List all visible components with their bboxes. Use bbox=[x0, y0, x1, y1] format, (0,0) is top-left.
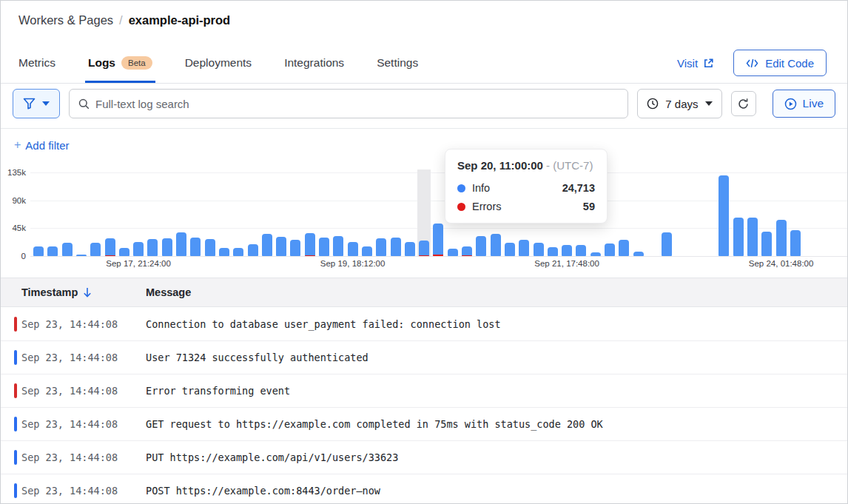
log-row[interactable]: Sep 23, 14:44:08User 71324 successfully … bbox=[1, 341, 847, 374]
chart-bar[interactable] bbox=[333, 236, 343, 256]
chart-bar[interactable] bbox=[761, 232, 772, 256]
refresh-icon bbox=[737, 98, 750, 110]
search-input[interactable] bbox=[95, 98, 619, 110]
chart-bar[interactable] bbox=[433, 224, 443, 256]
chart-bar[interactable] bbox=[747, 218, 758, 256]
chart-gridline bbox=[30, 172, 848, 173]
error-level-indicator bbox=[14, 383, 17, 398]
chart-bar[interactable] bbox=[119, 248, 129, 256]
x-axis-tick-label: Sep 21, 17:48:00 bbox=[534, 259, 599, 268]
chart-bar[interactable] bbox=[590, 252, 601, 256]
chart-bar[interactable] bbox=[162, 238, 172, 256]
log-row[interactable]: Sep 23, 14:44:08GET request to https://e… bbox=[1, 408, 847, 441]
chart-bar[interactable] bbox=[133, 242, 144, 256]
chart-bar[interactable] bbox=[62, 243, 73, 256]
add-filter-button[interactable]: + Add filter bbox=[14, 138, 70, 152]
chart-bar[interactable] bbox=[76, 255, 87, 257]
chart-bar[interactable] bbox=[176, 232, 186, 256]
chart-bar[interactable] bbox=[147, 239, 158, 256]
y-axis-tick-label: 0 bbox=[1, 252, 26, 261]
y-axis-tick-label: 45k bbox=[1, 224, 26, 232]
log-timestamp: Sep 23, 14:44:08 bbox=[1, 352, 146, 363]
chart-bar[interactable] bbox=[391, 238, 401, 256]
funnel-icon bbox=[23, 98, 36, 110]
sort-descending-icon[interactable] bbox=[83, 287, 92, 298]
chart-bar[interactable] bbox=[733, 218, 744, 256]
chart-bar[interactable] bbox=[562, 245, 572, 256]
tab-metrics[interactable]: Metrics bbox=[18, 42, 55, 83]
beta-badge: Beta bbox=[121, 56, 152, 70]
live-button[interactable]: Live bbox=[773, 90, 835, 118]
log-row[interactable]: Sep 23, 14:44:08PUT https://example.com/… bbox=[1, 441, 847, 474]
log-row[interactable]: Sep 23, 14:44:08POST https://example.com… bbox=[1, 474, 847, 504]
tab-deployments[interactable]: Deployments bbox=[185, 42, 252, 83]
chart-bar[interactable] bbox=[719, 175, 729, 256]
tab-settings[interactable]: Settings bbox=[377, 42, 418, 83]
log-row[interactable]: Sep 23, 14:44:08Error transforming event bbox=[1, 374, 847, 408]
chart-bar[interactable] bbox=[534, 243, 544, 256]
chart-bar[interactable] bbox=[605, 243, 615, 256]
chart-tooltip: Sep 20, 11:00:00 - (UTC-7) Info 24,713 E… bbox=[445, 149, 608, 224]
chart-bar[interactable] bbox=[319, 238, 329, 256]
chart-bar[interactable] bbox=[776, 220, 787, 256]
chart-bar[interactable] bbox=[491, 234, 501, 256]
visit-label: Visit bbox=[677, 57, 698, 70]
chart-bar[interactable] bbox=[662, 232, 672, 256]
chart-bar[interactable] bbox=[790, 230, 801, 256]
log-table-rows: Sep 23, 14:44:08Connection to database u… bbox=[1, 308, 847, 504]
log-message: PUT https://example.com/api/v1/users/336… bbox=[146, 451, 847, 463]
log-volume-chart[interactable]: 135k90k45k0Sep 17, 21:24:00Sep 19, 18:12… bbox=[1, 172, 848, 256]
breadcrumb-section[interactable]: Workers & Pages bbox=[18, 13, 113, 27]
chart-bar[interactable] bbox=[248, 244, 258, 256]
chart-bar[interactable] bbox=[376, 238, 386, 256]
chart-bar[interactable] bbox=[348, 242, 358, 256]
time-range-dropdown[interactable]: 7 days bbox=[637, 89, 721, 118]
chart-bar[interactable] bbox=[405, 242, 415, 256]
visit-link[interactable]: Visit bbox=[677, 57, 714, 70]
chart-bar[interactable] bbox=[519, 240, 529, 256]
chart-bar[interactable] bbox=[47, 246, 58, 256]
chart-bar[interactable] bbox=[33, 246, 44, 256]
breadcrumb-separator: / bbox=[119, 13, 123, 27]
tab-logs[interactable]: Logs Beta bbox=[88, 42, 152, 83]
chart-bar[interactable] bbox=[633, 252, 644, 256]
divider bbox=[1, 128, 847, 129]
chart-bar[interactable] bbox=[619, 240, 629, 256]
chart-bar[interactable] bbox=[205, 239, 215, 256]
tab-integrations[interactable]: Integrations bbox=[284, 42, 344, 83]
chart-bar[interactable] bbox=[190, 238, 201, 256]
chart-bar[interactable] bbox=[476, 236, 486, 256]
chart-bar[interactable] bbox=[305, 233, 315, 256]
chart-bar[interactable] bbox=[505, 243, 515, 256]
chart-bar[interactable] bbox=[448, 249, 458, 256]
filter-dropdown-button[interactable] bbox=[13, 89, 60, 118]
errors-dot-icon bbox=[457, 203, 465, 211]
chart-bar[interactable] bbox=[90, 243, 101, 256]
chart-bar[interactable] bbox=[576, 245, 586, 256]
chart-bar[interactable] bbox=[233, 248, 243, 256]
log-message: User 71324 successfully authenticated bbox=[146, 352, 847, 363]
plus-icon: + bbox=[14, 138, 21, 152]
chart-bar[interactable] bbox=[548, 247, 558, 256]
chart-bar[interactable] bbox=[419, 241, 429, 256]
chart-bar[interactable] bbox=[290, 240, 300, 256]
chart-bar[interactable] bbox=[105, 238, 115, 256]
edit-code-label: Edit Code bbox=[765, 57, 814, 70]
x-axis-tick-label: Sep 24, 01:48:00 bbox=[749, 259, 814, 268]
tooltip-info-label: Info bbox=[472, 182, 490, 194]
chart-bar[interactable] bbox=[219, 248, 229, 256]
timestamp-column-header[interactable]: Timestamp bbox=[21, 286, 78, 298]
time-range-value: 7 days bbox=[665, 98, 698, 110]
edit-code-button[interactable]: Edit Code bbox=[733, 50, 827, 76]
chart-bar[interactable] bbox=[262, 234, 272, 256]
chart-bar-error-segment bbox=[433, 255, 443, 256]
log-message: GET request to https://example.com compl… bbox=[146, 418, 847, 430]
chart-bar[interactable] bbox=[362, 246, 372, 256]
log-row[interactable]: Sep 23, 14:44:08Connection to database u… bbox=[1, 308, 847, 341]
chart-bar[interactable] bbox=[462, 246, 472, 256]
chart-bar[interactable] bbox=[276, 237, 286, 256]
refresh-button[interactable] bbox=[731, 91, 756, 116]
chart-bar-error-segment bbox=[419, 255, 429, 257]
chevron-down-icon bbox=[42, 101, 50, 106]
external-link-icon bbox=[703, 58, 714, 69]
